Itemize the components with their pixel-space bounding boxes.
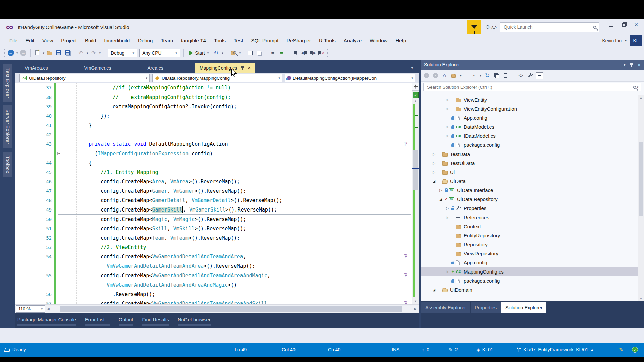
code-text[interactable]: config.CreateMap<VwGamerAndDetailAndTeam…: [62, 271, 412, 280]
code-line-wrap[interactable]: VmVwGamerAndDetailAndTeamAndArea>().Reve…: [15, 261, 412, 271]
scroll-down-arrow-icon[interactable]: ▼: [412, 300, 419, 303]
chevron-down-icon[interactable]: ▾: [16, 51, 18, 55]
tree-item-properties[interactable]: ▷Properties: [421, 204, 644, 213]
code-text[interactable]: config.CreateMap<Area, VmArea>().Reverse…: [62, 177, 412, 186]
code-line-43[interactable]: 43private static void DefaultMappingConf…: [15, 139, 412, 149]
code-line-54[interactable]: 54config.CreateMap<VwGamerAndDetailAndTe…: [15, 252, 412, 261]
chevron-down-icon[interactable]: ▾: [637, 85, 638, 89]
panel-tab-nuget-browser[interactable]: NuGet browser: [178, 317, 211, 326]
forward-icon[interactable]: ›: [432, 72, 438, 79]
menu-item-analyze[interactable]: Analyze: [340, 36, 366, 45]
code-text[interactable]: (IMapperConfigurationExpression config): [62, 149, 412, 158]
chevron-down-icon[interactable]: ▾: [99, 51, 101, 55]
solution-tree-scrollbar[interactable]: ▲ ▼: [638, 95, 644, 301]
menu-item-r-tools[interactable]: R Tools: [315, 36, 340, 45]
document-tab-area-cs[interactable]: Area.cs: [143, 63, 168, 73]
code-editor[interactable]: 37//if (extraMappingConfigAction != null…: [15, 83, 412, 304]
tree-item-idatamodel-cs[interactable]: ▷C#IDataModel.cs: [421, 131, 644, 140]
code-text[interactable]: private static void DefaultMappingConfig…: [62, 139, 412, 149]
menu-item-incredibuild[interactable]: Incredibuild: [100, 36, 134, 45]
tool-tab-assembly-explorer[interactable]: Assembly Explorer: [421, 302, 470, 313]
tool-tab-solution-explorer[interactable]: Solution Explorer: [501, 302, 546, 313]
breadcrumb-dropdown-0[interactable]: C#UiData.Repository▾: [19, 74, 150, 82]
back-icon[interactable]: ‹: [423, 72, 429, 79]
tree-item-context[interactable]: Context: [421, 222, 644, 231]
expander-collapsed-icon[interactable]: ▷: [445, 134, 450, 138]
code-text[interactable]: }: [62, 121, 412, 130]
document-tab-mappingconfig-cs[interactable]: MappingConfig.cs×: [195, 63, 255, 73]
new-item-icon[interactable]: [34, 49, 41, 57]
document-tab-vmarea-cs[interactable]: VmArea.cs: [20, 63, 52, 73]
expander-expanded-icon[interactable]: ◢: [431, 179, 437, 183]
code-line-55[interactable]: 55config.CreateMap<VwGamerAndDetailAndTe…: [15, 271, 412, 280]
menu-item-sql-prompt[interactable]: SQL Prompt: [247, 36, 282, 45]
copy-pane-icon[interactable]: [256, 49, 262, 57]
restart-icon[interactable]: ↻: [213, 49, 219, 57]
format-indent-icon[interactable]: ≣: [278, 49, 285, 57]
redo-icon[interactable]: ↷: [90, 49, 97, 57]
properties-wrench-icon[interactable]: [527, 72, 533, 79]
tree-item-app-config[interactable]: App.config: [421, 258, 644, 267]
code-text[interactable]: config.CreateMap<Magic, VmMagic>().Rever…: [62, 215, 412, 224]
resharper-status-check-icon[interactable]: ✓: [413, 92, 419, 98]
code-text[interactable]: config.CreateMap<VwGamerAndDetailAndTeam…: [62, 299, 412, 304]
account-name[interactable]: Kevin Lin: [602, 38, 622, 43]
tool-rail-tab-test-explorer[interactable]: Test Explorer: [3, 64, 12, 102]
menu-item-tools[interactable]: Tools: [210, 36, 230, 45]
menu-item-file[interactable]: File: [5, 36, 21, 45]
expander-expanded-icon[interactable]: ◢: [431, 288, 437, 292]
expander-expanded-icon[interactable]: ◢: [438, 197, 443, 201]
close-icon[interactable]: ×: [248, 66, 251, 70]
close-icon[interactable]: ×: [638, 62, 641, 68]
tree-item-viewentity[interactable]: ▷ViewEntity: [421, 95, 644, 104]
code-line-56[interactable]: 56.ReverseMap();: [15, 290, 412, 299]
code-text[interactable]: //2. ViewEntity: [62, 243, 412, 252]
panel-tab-output[interactable]: Output: [119, 317, 133, 326]
menu-item-team[interactable]: Team: [157, 36, 177, 45]
expander-collapsed-icon[interactable]: ▷: [445, 107, 450, 111]
tree-item-uidata-repository[interactable]: ◢✓C#UiData.Repository: [421, 195, 644, 204]
expander-collapsed-icon[interactable]: ▷: [445, 98, 450, 102]
close-button[interactable]: ×: [634, 22, 638, 27]
code-text[interactable]: .ReverseMap();: [62, 290, 412, 299]
tree-item-viewentityconfiguration[interactable]: ▷ViewEntityConfiguration: [421, 104, 644, 113]
code-line-49[interactable]: 49config.CreateMap<GamerSkill, VmGamerSk…: [15, 205, 412, 215]
code-text[interactable]: //1. Entity Mapping: [62, 168, 412, 177]
code-text[interactable]: config.CreateMap<Gamer, VmGamer>().Rever…: [62, 186, 412, 196]
tree-item-datamodel-cs[interactable]: ▷C#DataModel.cs: [421, 122, 644, 131]
start-debugging-button[interactable]: Start▾: [187, 49, 211, 57]
chevron-down-icon[interactable]: ▾: [480, 74, 482, 77]
code-line-47[interactable]: 47config.CreateMap<Gamer, VmGamer>().Rev…: [15, 186, 412, 196]
horizontal-scrollbar-thumb[interactable]: [60, 306, 402, 312]
find-in-files-icon[interactable]: [230, 49, 237, 57]
pin-icon[interactable]: [240, 66, 244, 71]
feedback-icon[interactable]: ☺⤽: [485, 24, 497, 31]
collapse-box-icon[interactable]: −: [57, 152, 61, 155]
code-text[interactable]: extraMappingConfigAction?.Invoke(config)…: [62, 102, 412, 111]
code-line-50[interactable]: 50config.CreateMap<Magic, VmMagic>().Rev…: [15, 215, 412, 224]
account-dropdown-caret-icon[interactable]: ▾: [625, 39, 627, 42]
show-all-files-icon[interactable]: [502, 72, 508, 79]
menu-item-project[interactable]: Project: [57, 36, 81, 45]
forward-arrow-icon[interactable]: →: [20, 49, 27, 57]
tree-item-app-config[interactable]: App.config: [421, 113, 644, 122]
expander-collapsed-icon[interactable]: ▷: [445, 206, 450, 210]
scroll-left-arrow-icon[interactable]: ◀: [45, 307, 52, 311]
expander-collapsed-icon[interactable]: ▷: [431, 161, 437, 165]
scroll-up-arrow-icon[interactable]: ▲: [638, 96, 644, 99]
menu-item-window[interactable]: Window: [366, 36, 391, 45]
scroll-up-arrow-icon[interactable]: ▲: [412, 99, 419, 103]
window-position-caret-icon[interactable]: ▾: [624, 63, 625, 67]
scroll-right-arrow-icon[interactable]: ▶: [412, 307, 419, 311]
undo-icon[interactable]: ↶: [77, 49, 84, 57]
tree-item-references[interactable]: ▷References: [421, 213, 644, 222]
drag-handle-icon[interactable]: [244, 49, 244, 57]
panel-tab-package-manager-console[interactable]: Package Manager Console: [17, 317, 76, 326]
save-all-icon[interactable]: [64, 49, 70, 57]
horizontal-scrollbar[interactable]: [52, 305, 412, 313]
document-well-dropdown-icon[interactable]: ▼: [410, 66, 414, 70]
tool-rail-tab-toolbox[interactable]: Toolbox: [3, 152, 12, 177]
chevron-down-icon[interactable]: ▾: [87, 51, 88, 55]
menu-item-tangible-t4[interactable]: tangible T4: [177, 36, 210, 45]
code-line-38[interactable]: 38// extraMappingConfigAction(config);: [15, 93, 412, 102]
